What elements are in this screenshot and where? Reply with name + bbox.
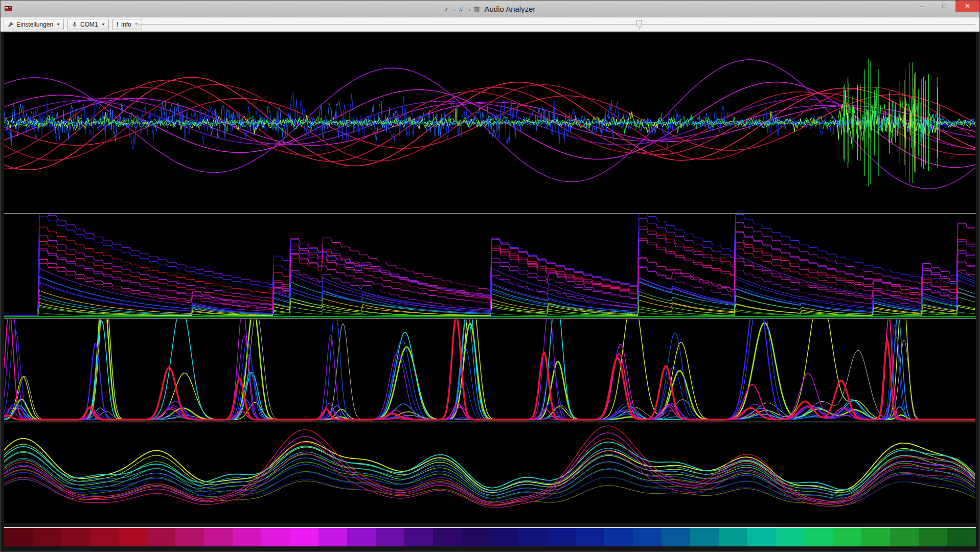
window-title: ♪ → ♫ → ▦ Audio Analyzer [444, 1, 535, 17]
panel-separator [4, 318, 976, 319]
legend-color-segment [347, 528, 376, 546]
legend-color-segment [90, 528, 119, 546]
app-icon [4, 5, 12, 13]
window-controls: – □ × [910, 1, 979, 12]
legend-color-segment [747, 528, 776, 546]
legend-color-segment [547, 528, 576, 546]
legend-color-segment [318, 528, 347, 546]
einstellungen-label: Einstellungen [16, 21, 53, 28]
legend-color-segment [633, 528, 662, 546]
minimize-button[interactable]: – [910, 1, 933, 12]
legend-color-segment [175, 528, 204, 546]
maximize-button[interactable]: □ [933, 1, 955, 12]
legend-color-segment [690, 528, 719, 546]
microphone-icon [72, 21, 78, 28]
legend-color-segment [861, 528, 890, 546]
legend-color-segment [804, 528, 833, 546]
chevron-down-icon [57, 24, 60, 26]
position-slider[interactable] [135, 19, 975, 30]
legend-color-segment [261, 528, 290, 546]
envelope-waves-panel [4, 423, 976, 523]
slider-thumb[interactable] [636, 20, 642, 30]
legend-color-segment [376, 528, 404, 546]
legend-color-segment [776, 528, 804, 546]
slider-track[interactable] [135, 24, 975, 25]
panel-separator [4, 422, 976, 422]
exclamation-icon: ! [117, 21, 119, 28]
legend-color-segment [119, 528, 147, 546]
legend-color-segment [147, 528, 176, 546]
close-button[interactable]: × [955, 1, 979, 12]
com-port-button[interactable]: COM1 [67, 19, 109, 30]
wrench-icon [8, 21, 14, 28]
legend-color-segment [33, 528, 61, 546]
title-text: Audio Analyzer [484, 5, 535, 13]
einstellungen-button[interactable]: Einstellungen [4, 19, 64, 30]
spectrum-legend [4, 527, 976, 546]
oscilloscope-panel [4, 33, 976, 213]
chevron-down-icon [102, 24, 105, 26]
legend-color-segment [604, 528, 633, 546]
app-window: ♪ → ♫ → ▦ Audio Analyzer – □ × Einstellu… [0, 0, 980, 552]
com-port-label: COM1 [80, 21, 98, 28]
legend-color-segment [518, 528, 547, 546]
legend-color-segment [61, 528, 90, 546]
spectral-peaks-panel [4, 319, 976, 421]
panel-separator [4, 213, 976, 214]
legend-color-segment [433, 528, 462, 546]
legend-color-segment [919, 528, 947, 546]
info-label: Info [121, 21, 131, 28]
legend-color-segment [662, 528, 690, 546]
legend-color-segment [890, 528, 919, 546]
legend-color-segment [833, 528, 861, 546]
toolbar: Einstellungen COM1 ! Info [1, 17, 979, 32]
legend-color-segment [719, 528, 747, 546]
titlebar[interactable]: ♪ → ♫ → ▦ Audio Analyzer – □ × [1, 1, 979, 17]
legend-color-segment [204, 528, 233, 546]
legend-color-segment [947, 528, 976, 546]
spectrum-decay-panel [4, 214, 976, 318]
client-area [1, 32, 979, 551]
legend-color-segment [404, 528, 433, 546]
legend-color-segment [290, 528, 318, 546]
legend-color-segment [576, 528, 604, 546]
legend-color-segment [490, 528, 518, 546]
legend-color-segment [4, 528, 33, 546]
legend-color-segment [233, 528, 261, 546]
legend-color-segment [462, 528, 490, 546]
title-glyphs: ♪ → ♫ → ▦ [444, 5, 480, 13]
